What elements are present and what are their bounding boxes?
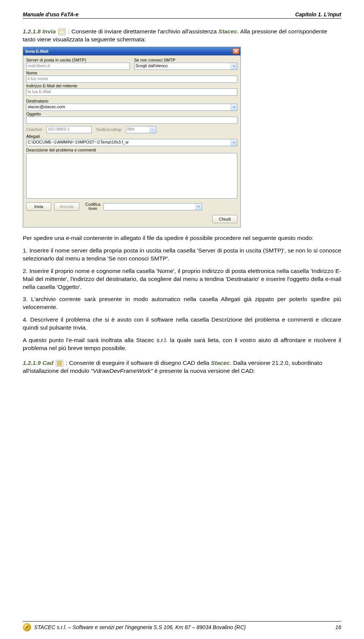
chevron-down-icon[interactable]: [231, 63, 237, 69]
section-number: 1.2.1.8 Invia: [23, 28, 56, 35]
nome-input[interactable]: il tuo nome: [26, 76, 237, 83]
section-text-a: : Consente di eseguire il software di di…: [66, 360, 211, 366]
module-name: "VdrawDevFrameWork": [91, 368, 153, 374]
invia-button[interactable]: Invia: [26, 202, 51, 211]
footer-divider: [23, 621, 341, 622]
nosmtp-label: Se non conosci SMTP: [134, 58, 238, 62]
oggetto-input[interactable]: [26, 117, 237, 124]
section-number: 1.2.1.9 Cad: [23, 360, 53, 366]
nosmtp-value: Scegli dall'elenco: [135, 63, 231, 69]
dest-value: stacec@stacec.com: [27, 104, 231, 110]
page-header: Manuale d'uso FaTA-e Capitolo 1. L'input: [23, 11, 341, 17]
closing-paragraph: A questo punto l'e-mail sarà inoltrata a…: [23, 336, 341, 352]
charset-label: CharSet:: [26, 127, 42, 132]
chevron-down-icon[interactable]: [195, 204, 202, 210]
section-invia-heading: 1.2.1.8 Invia : Consente di inviare dire…: [23, 28, 341, 44]
chevron-down-icon[interactable]: [231, 139, 237, 146]
dest-combo[interactable]: stacec@stacec.com: [26, 104, 237, 111]
stacec-logo-icon: [23, 623, 31, 631]
stacec-word: Stacec: [218, 28, 237, 35]
descr-textarea[interactable]: [26, 153, 237, 199]
dialog-titlebar: Invia E-Mail: [23, 47, 240, 55]
chevron-down-icon: [149, 126, 156, 133]
textenc-combo: 8Bit: [126, 126, 156, 133]
section-text-a: : Consente di inviare direttamente l'arc…: [68, 28, 218, 35]
allegati-combo[interactable]: C:\DOCUME~1\AMMINI~1\IMPOST~1\Temp\18x3.…: [26, 139, 237, 146]
header-divider: [23, 18, 341, 19]
nome-label: Nome: [26, 71, 237, 75]
codifica-combo[interactable]: [104, 203, 202, 210]
header-right: Capitolo 1. L'input: [295, 11, 341, 17]
textenc-value: 8Bit: [126, 126, 149, 133]
header-left: Manuale d'uso FaTA-e: [23, 11, 78, 17]
page-footer: STACEC s.r.l. – Software e servizi per l…: [23, 621, 341, 631]
step-4: 4. Descrivere il problema che si è avuto…: [23, 316, 341, 332]
section-text-c: è presente la nuova versione del CAD:: [153, 368, 255, 374]
oggetto-label: Oggetto: [26, 112, 237, 116]
descr-label: Descrizione del problema e commenti: [26, 148, 237, 152]
stacec-word: Stacec: [211, 360, 230, 366]
footer-page-number: 16: [335, 624, 341, 630]
step-1: 1. Inserire il nome server della propria…: [23, 247, 341, 263]
section-cad-heading: 1.2.1.9 Cad : Consente di eseguire il so…: [23, 359, 341, 375]
dest-label: Destinatario: [26, 99, 237, 103]
chevron-down-icon[interactable]: [231, 104, 237, 110]
dialog-screenshot: Invia E-Mail Server di posta in uscita (…: [23, 47, 341, 227]
codifica-label-b: Invio: [88, 207, 97, 211]
intro-paragraph: Per spedire una e-mail contenente in all…: [23, 234, 341, 242]
mittente-input[interactable]: la tua E-Mail: [26, 88, 237, 96]
allegati-value: C:\DOCUME~1\AMMINI~1\IMPOST~1\Temp\18x3.…: [27, 139, 231, 146]
envelope-icon: [58, 28, 66, 35]
charset-input: ISO-8859-1: [46, 126, 92, 133]
allegati-label: Allegati: [26, 134, 237, 139]
codifica-invio-label: Codifica Invio: [85, 202, 100, 211]
smtp-label: Server di posta in uscita (SMTP): [26, 58, 130, 62]
close-icon[interactable]: [232, 48, 239, 54]
codifica-value: [104, 204, 195, 210]
footer-company: STACEC s.r.l. – Software e servizi per l…: [34, 624, 246, 630]
smtp-input[interactable]: mail.libero.it: [26, 63, 130, 70]
step-2: 2. Inserire il proprio nome e cognome ne…: [23, 267, 341, 291]
nosmtp-combo[interactable]: Scegli dall'elenco: [134, 63, 238, 70]
annulla-button: Annulla: [54, 202, 79, 211]
textenc-label: TextEncoding:: [96, 127, 122, 132]
cad-icon: [56, 360, 63, 367]
step-3: 3. L'archivio corrente sarà presente in …: [23, 295, 341, 311]
chiudi-button[interactable]: Chiudi: [212, 215, 237, 223]
mittente-label: Indirizzo E-Mail del mittente: [26, 84, 237, 88]
dialog-title: Invia E-Mail: [25, 49, 49, 54]
